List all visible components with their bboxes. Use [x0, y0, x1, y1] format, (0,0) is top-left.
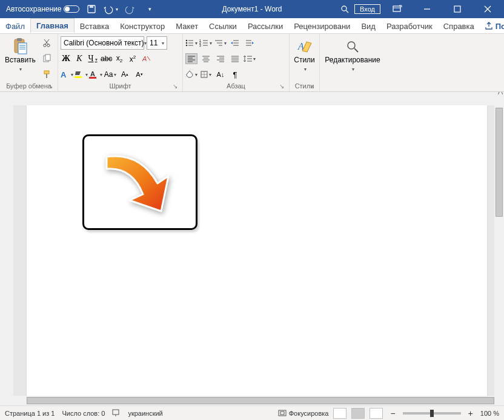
- decrease-indent-icon[interactable]: [229, 38, 241, 48]
- svg-rect-23: [46, 74, 47, 78]
- launcher-icon[interactable]: ↘: [308, 82, 316, 90]
- tab-review[interactable]: Рецензировани: [288, 18, 356, 33]
- document-page[interactable]: [27, 105, 487, 396]
- svg-rect-7: [454, 6, 460, 12]
- tab-layout[interactable]: Макет: [170, 18, 204, 33]
- svg-rect-75: [113, 410, 119, 415]
- editing-button[interactable]: Редактирование▾: [322, 36, 382, 74]
- tab-design[interactable]: Конструктор: [114, 18, 170, 33]
- launcher-icon[interactable]: ↘: [46, 82, 55, 90]
- vertical-ruler[interactable]: [0, 92, 13, 405]
- line-spacing-icon[interactable]: ▾: [244, 53, 256, 64]
- svg-text:A: A: [142, 55, 147, 62]
- ribbon-options-icon[interactable]: [383, 0, 411, 18]
- title-bar: Автосохранение ▾ ▾ Документ1 - Word Вход: [0, 0, 504, 18]
- grow-font-icon[interactable]: A▴: [119, 69, 131, 80]
- curved-arrow-icon: [94, 146, 185, 218]
- tab-view[interactable]: Вид: [356, 18, 381, 33]
- zoom-slider[interactable]: [403, 412, 461, 415]
- save-icon[interactable]: [84, 3, 99, 15]
- minimize-icon[interactable]: [413, 0, 441, 18]
- signin-button[interactable]: Вход: [354, 4, 380, 14]
- font-family-select[interactable]: Calibri (Основной текст)▾: [61, 36, 144, 50]
- print-layout-icon[interactable]: [351, 408, 365, 419]
- collapse-ribbon-icon[interactable]: ⋀: [498, 92, 503, 94]
- autosave-toggle[interactable]: Автосохранение: [6, 5, 79, 13]
- tab-insert[interactable]: Вставка: [75, 18, 114, 33]
- tab-developer[interactable]: Разработчик: [381, 18, 438, 33]
- align-center-icon[interactable]: [200, 53, 212, 64]
- scrollbar-thumb[interactable]: [27, 397, 494, 404]
- horizontal-scrollbar[interactable]: [13, 396, 504, 405]
- text-effects-icon[interactable]: A▾: [61, 69, 73, 80]
- search-icon[interactable]: [337, 3, 352, 15]
- language-indicator[interactable]: украинский: [128, 410, 162, 417]
- launcher-icon[interactable]: ↘: [171, 82, 179, 90]
- svg-point-33: [186, 45, 188, 47]
- align-justify-icon[interactable]: [229, 53, 241, 64]
- strike-button[interactable]: abc: [101, 54, 111, 63]
- maximize-icon[interactable]: [443, 0, 471, 18]
- focus-mode-button[interactable]: Фокусировка: [278, 410, 329, 417]
- align-left-icon[interactable]: [185, 53, 197, 64]
- document-canvas[interactable]: [13, 105, 504, 396]
- borders-icon[interactable]: ▾: [200, 69, 212, 80]
- highlight-icon[interactable]: ▾: [75, 69, 87, 80]
- increase-indent-icon[interactable]: [244, 38, 256, 48]
- paste-button[interactable]: Вставить▾: [2, 36, 38, 74]
- horizontal-ruler[interactable]: [13, 92, 504, 105]
- svg-rect-22: [44, 71, 49, 74]
- launcher-icon[interactable]: ↘: [277, 82, 286, 90]
- focus-label: Фокусировка: [289, 410, 329, 417]
- superscript-button[interactable]: x2: [127, 54, 138, 64]
- underline-button[interactable]: Ч▾: [87, 54, 98, 64]
- clear-formatting-icon[interactable]: A: [141, 53, 153, 64]
- shading-icon[interactable]: ▾: [185, 69, 197, 80]
- font-color-icon[interactable]: A▾: [90, 69, 102, 80]
- multilevel-icon[interactable]: ▾: [214, 38, 227, 48]
- zoom-in-button[interactable]: +: [466, 409, 476, 418]
- styles-button[interactable]: A Стили▾: [292, 36, 317, 74]
- align-right-icon[interactable]: [214, 53, 227, 64]
- svg-point-31: [186, 42, 188, 44]
- zoom-percent[interactable]: 100 %: [480, 410, 499, 417]
- focus-icon: [278, 410, 287, 416]
- autosave-label: Автосохранение: [6, 5, 61, 13]
- web-layout-icon[interactable]: [370, 408, 383, 419]
- group-font-title: Шрифт↘: [61, 81, 180, 91]
- vertical-scrollbar[interactable]: [494, 105, 504, 405]
- cut-icon[interactable]: [41, 38, 53, 48]
- inserted-image-frame[interactable]: [82, 134, 197, 230]
- close-icon[interactable]: [474, 0, 502, 18]
- copy-icon[interactable]: [41, 53, 53, 64]
- tab-mailings[interactable]: Рассылки: [242, 18, 288, 33]
- sort-icon[interactable]: A↓: [214, 69, 227, 80]
- change-case-icon[interactable]: Aa▾: [104, 69, 116, 80]
- svg-rect-11: [17, 38, 22, 41]
- svg-line-74: [354, 48, 358, 52]
- numbering-icon[interactable]: 123▾: [200, 38, 212, 48]
- customize-qat-icon[interactable]: ▾: [142, 3, 157, 15]
- tab-help[interactable]: Справка: [438, 18, 480, 33]
- tab-references[interactable]: Ссылки: [204, 18, 242, 33]
- font-size-select[interactable]: 11▾: [147, 36, 167, 50]
- scrollbar-thumb[interactable]: [496, 108, 503, 217]
- tab-share[interactable]: Поделиться: [480, 18, 504, 33]
- page-indicator[interactable]: Страница 1 из 1: [5, 410, 55, 417]
- shrink-font-icon[interactable]: A▾: [133, 69, 145, 80]
- show-marks-icon[interactable]: ¶: [229, 69, 241, 80]
- zoom-out-button[interactable]: −: [388, 409, 397, 418]
- tab-home[interactable]: Главная: [30, 18, 75, 33]
- format-painter-icon[interactable]: [41, 69, 53, 80]
- italic-button[interactable]: К: [74, 54, 85, 64]
- read-mode-icon[interactable]: [333, 408, 346, 419]
- word-count[interactable]: Число слов: 0: [62, 410, 105, 417]
- subscript-button[interactable]: x2: [114, 54, 125, 64]
- spellcheck-icon[interactable]: [112, 409, 121, 418]
- tab-file[interactable]: Файл: [0, 18, 30, 33]
- undo-icon[interactable]: ▾: [104, 3, 118, 15]
- svg-rect-12: [18, 43, 27, 54]
- redo-icon[interactable]: [123, 3, 138, 15]
- bullets-icon[interactable]: ▾: [185, 38, 197, 48]
- bold-button[interactable]: Ж: [61, 54, 71, 64]
